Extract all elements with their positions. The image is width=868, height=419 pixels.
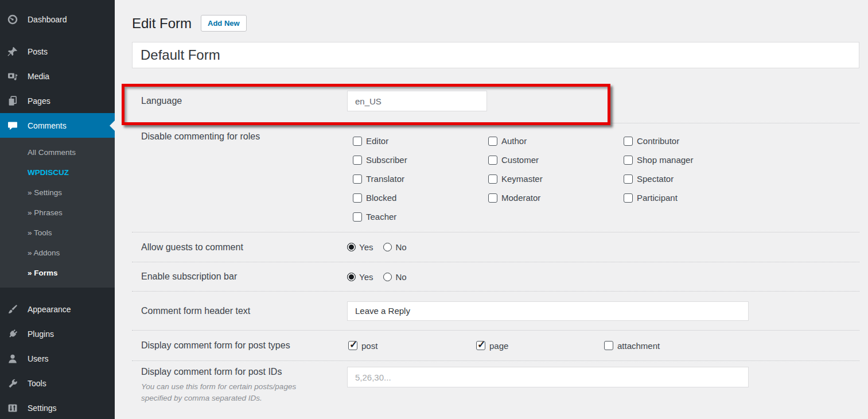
sidebar-item-posts[interactable]: Posts	[0, 39, 115, 64]
checkbox[interactable]	[624, 174, 633, 184]
menu-separator	[0, 288, 115, 297]
header-text-input[interactable]	[347, 301, 749, 321]
role-checkbox-contributor[interactable]: Contributor	[624, 136, 767, 146]
role-checkbox-teacher[interactable]: Teacher	[353, 212, 488, 222]
sidebar-item-appearance[interactable]: Appearance	[0, 297, 115, 321]
post-types-label: Display comment form for post types	[132, 340, 347, 351]
checkbox[interactable]	[488, 156, 497, 165]
allow-guests-no-radio[interactable]	[383, 243, 392, 251]
paintbrush-icon	[7, 304, 18, 315]
checkbox[interactable]	[488, 174, 497, 184]
sidebar-item-label: Posts	[28, 47, 48, 56]
checkbox[interactable]	[624, 156, 633, 165]
language-input[interactable]	[347, 91, 487, 111]
checkbox[interactable]	[353, 193, 362, 203]
sidebar-item-settings[interactable]: Settings	[0, 395, 115, 419]
sidebar-item-label: Appearance	[28, 305, 71, 314]
sidebar-item-label: Dashboard	[28, 15, 67, 24]
role-checkbox-blocked[interactable]: Blocked	[353, 193, 488, 203]
role-checkbox-shop-manager[interactable]: Shop manager	[624, 155, 767, 165]
media-icon	[7, 71, 18, 82]
sidebar-item-users[interactable]: Users	[0, 346, 115, 371]
role-checkbox-customer[interactable]: Customer	[488, 155, 624, 165]
submenu-item-phrases[interactable]: » Phrases	[0, 203, 115, 223]
sidebar-item-pages[interactable]: Pages	[0, 88, 115, 113]
role-checkbox-subscriber[interactable]: Subscriber	[353, 155, 488, 165]
post-type-checkbox-attachment[interactable]: attachment	[604, 341, 732, 351]
subscription-no-radio[interactable]	[383, 273, 392, 281]
post-type-checkbox-post[interactable]: post	[348, 341, 476, 351]
checkbox[interactable]	[488, 193, 497, 203]
sidebar-item-label: Pages	[28, 96, 50, 106]
settings-icon	[7, 402, 18, 414]
subscription-yes-radio[interactable]	[347, 273, 356, 281]
plug-icon	[7, 328, 18, 340]
checkbox[interactable]	[353, 174, 362, 184]
post-ids-input[interactable]	[347, 367, 749, 387]
pages-icon	[7, 95, 18, 107]
post-ids-description: You can use this form for certain posts/…	[141, 381, 325, 404]
sidebar-item-label: Users	[28, 354, 49, 363]
post-ids-label: Display comment form for post IDs	[141, 367, 347, 377]
checkbox[interactable]	[353, 212, 362, 222]
checkbox[interactable]	[624, 193, 633, 203]
sidebar-item-tools[interactable]: Tools	[0, 371, 115, 395]
main-content: Edit Form Add New Language Disable comme…	[115, 0, 868, 419]
role-checkbox-participant[interactable]: Participant	[624, 193, 767, 203]
add-new-button[interactable]: Add New	[201, 15, 247, 32]
checkbox[interactable]	[604, 341, 613, 350]
checkbox-checked[interactable]	[476, 341, 485, 350]
sidebar-item-comments[interactable]: Comments	[0, 113, 115, 138]
sidebar-item-label: Plugins	[28, 329, 54, 339]
admin-sidebar: Dashboard Posts Media Pages Comments All…	[0, 0, 115, 419]
allow-guests-label: Allow guests to comment	[132, 242, 347, 253]
comments-submenu: All Comments WPDISCUZ » Settings » Phras…	[0, 138, 115, 288]
disable-roles-label: Disable commenting for roles	[132, 131, 347, 226]
submenu-item-all-comments[interactable]: All Comments	[0, 142, 115, 162]
checkbox-checked[interactable]	[348, 341, 357, 350]
checkbox[interactable]	[353, 156, 362, 165]
submenu-item-tools[interactable]: » Tools	[0, 223, 115, 243]
user-icon	[7, 353, 18, 364]
role-checkbox-keymaster[interactable]: Keymaster	[488, 174, 624, 184]
roles-checkbox-grid: Editor Author Contributor Subscriber Cus…	[353, 131, 859, 226]
sidebar-item-plugins[interactable]: Plugins	[0, 321, 115, 346]
header-text-label: Comment form header text	[132, 306, 347, 316]
subscription-bar-row: Enable subscription bar Yes No	[132, 262, 859, 292]
post-types-checkbox-group: post page attachment	[348, 341, 859, 351]
header-text-row: Comment form header text	[132, 292, 859, 331]
sidebar-item-label: Settings	[28, 404, 57, 413]
sidebar-item-dashboard[interactable]: Dashboard	[0, 7, 115, 32]
subscription-radio-group: Yes No	[347, 272, 859, 282]
submenu-item-wpdiscuz[interactable]: WPDISCUZ	[0, 162, 115, 183]
submenu-item-addons[interactable]: » Addons	[0, 243, 115, 263]
language-label: Language	[132, 96, 347, 106]
role-checkbox-author[interactable]: Author	[488, 136, 624, 146]
role-checkbox-moderator[interactable]: Moderator	[488, 193, 624, 203]
sidebar-item-label: Media	[28, 72, 49, 81]
sidebar-item-label: Tools	[28, 379, 46, 388]
form-title-input[interactable]	[132, 42, 859, 68]
dashboard-icon	[7, 14, 18, 25]
role-checkbox-translator[interactable]: Translator	[353, 174, 488, 184]
wrench-icon	[7, 378, 18, 389]
checkbox[interactable]	[353, 137, 362, 146]
sidebar-item-label: Comments	[28, 121, 67, 130]
post-type-checkbox-page[interactable]: page	[476, 341, 604, 351]
pushpin-icon	[7, 46, 18, 57]
post-ids-row: Display comment form for post IDs You ca…	[132, 361, 859, 419]
allow-guests-yes-radio[interactable]	[347, 243, 356, 251]
sidebar-item-media[interactable]: Media	[0, 64, 115, 88]
role-checkbox-editor[interactable]: Editor	[353, 136, 488, 146]
comment-bubble-icon	[7, 120, 18, 131]
submenu-item-settings[interactable]: » Settings	[0, 183, 115, 203]
language-row: Language	[132, 79, 859, 123]
menu-separator	[0, 32, 115, 39]
disable-roles-row: Disable commenting for roles Editor Auth…	[132, 123, 859, 232]
submenu-item-forms[interactable]: » Forms	[0, 263, 115, 283]
role-checkbox-spectator[interactable]: Spectator	[624, 174, 767, 184]
checkbox[interactable]	[488, 137, 497, 146]
post-types-row: Display comment form for post types post…	[132, 331, 859, 361]
checkbox[interactable]	[624, 137, 633, 146]
allow-guests-radio-group: Yes No	[347, 242, 859, 252]
